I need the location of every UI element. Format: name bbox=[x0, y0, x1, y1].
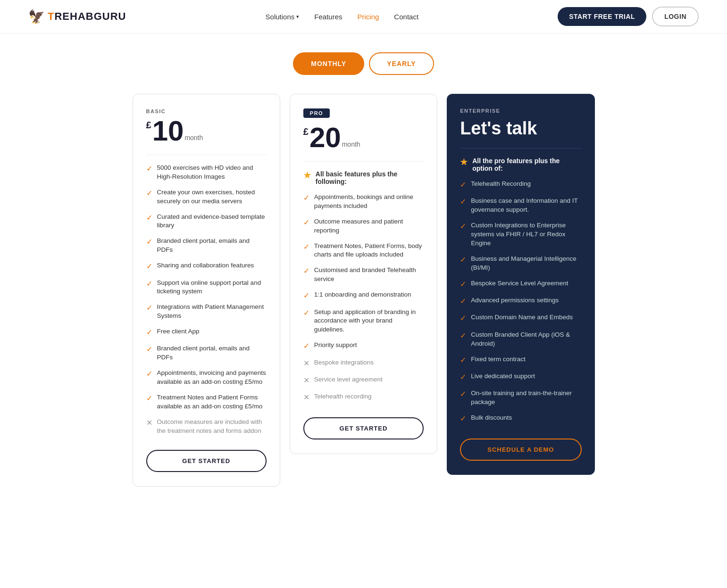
nav-contact[interactable]: Contact bbox=[394, 13, 418, 21]
list-item: ✓Priority support bbox=[303, 341, 424, 351]
list-item: ✓Outcome measures and patient reporting bbox=[303, 217, 424, 235]
pro-amount: 20 bbox=[309, 124, 341, 152]
basic-get-started-button[interactable]: GET STARTED bbox=[146, 450, 267, 472]
list-item: ✓Custom Integrations to Enterprise syste… bbox=[460, 221, 581, 248]
list-item: ✓Curated and evidence-based template lib… bbox=[146, 213, 267, 231]
list-item: ✕Telehealth recording bbox=[303, 392, 424, 403]
pro-plan-card: PRO £ 20 month ★ All basic features plus… bbox=[290, 94, 437, 454]
list-item: ✓Appointments, bookings and online payme… bbox=[303, 193, 424, 211]
list-item: ✕Service level agreement bbox=[303, 375, 424, 386]
list-item: ✓Integrations with Patient Management Sy… bbox=[146, 303, 267, 321]
pro-headline-row: ★ All basic features plus the following: bbox=[303, 170, 424, 185]
list-item: ✓Customised and branded Telehealth servi… bbox=[303, 266, 424, 284]
check-icon: ✓ bbox=[146, 344, 152, 355]
check-icon: ✓ bbox=[460, 197, 466, 207]
list-item: ✓Treatment Notes and Patient Forms avail… bbox=[146, 393, 267, 411]
enterprise-feature-list: ✓Telehealth Recording ✓Business case and… bbox=[460, 180, 581, 424]
list-item: ✓Business case and Information and IT go… bbox=[460, 197, 581, 215]
main-content: MONTHLY YEARLY BASIC £ 10 month ✓5000 ex… bbox=[104, 33, 623, 505]
check-icon: ✓ bbox=[303, 193, 309, 203]
chevron-down-icon: ▾ bbox=[296, 14, 299, 20]
star-icon: ★ bbox=[303, 170, 311, 181]
star-icon: ★ bbox=[460, 157, 468, 167]
basic-tier-label: BASIC bbox=[146, 108, 267, 114]
list-item: ✓Live dedicated support bbox=[460, 372, 581, 382]
enterprise-plan-card: ENTERPRISE Let's talk ★ All the pro feat… bbox=[447, 94, 594, 475]
yearly-toggle-button[interactable]: YEARLY bbox=[369, 52, 434, 75]
check-icon: ✓ bbox=[460, 414, 466, 424]
nav-pricing[interactable]: Pricing bbox=[358, 13, 379, 21]
x-icon: ✕ bbox=[303, 358, 309, 369]
enterprise-headline: All the pro features plus the option of: bbox=[472, 157, 581, 172]
check-icon: ✓ bbox=[460, 279, 466, 290]
list-item: ✓Bulk discounts bbox=[460, 414, 581, 424]
pro-price: £ 20 month bbox=[303, 124, 424, 152]
check-icon: ✓ bbox=[146, 393, 152, 404]
basic-period: month bbox=[184, 134, 203, 141]
check-icon: ✓ bbox=[146, 279, 152, 289]
check-icon: ✓ bbox=[460, 255, 466, 265]
check-icon: ✓ bbox=[303, 242, 309, 252]
check-icon: ✓ bbox=[460, 389, 466, 399]
login-button[interactable]: LOGIN bbox=[652, 7, 699, 26]
list-item: ✓Setup and application of branding in ac… bbox=[303, 308, 424, 335]
x-icon: ✕ bbox=[303, 392, 309, 403]
check-icon: ✓ bbox=[460, 221, 466, 232]
x-icon: ✕ bbox=[303, 375, 309, 386]
pro-get-started-button[interactable]: GET STARTED bbox=[303, 417, 424, 439]
list-item: ✓Support via online support portal and t… bbox=[146, 279, 267, 297]
header-actions: START FREE TRIAL LOGIN bbox=[558, 7, 699, 26]
list-item: ✓On-site training and train-the-trainer … bbox=[460, 389, 581, 407]
list-item: ✓Treatment Notes, Patient Forms, body ch… bbox=[303, 242, 424, 260]
check-icon: ✓ bbox=[460, 313, 466, 323]
list-item: ✓1:1 onboarding and demonstration bbox=[303, 290, 424, 301]
check-icon: ✓ bbox=[146, 369, 152, 379]
check-icon: ✓ bbox=[303, 266, 309, 276]
list-item: ✓Telehealth Recording bbox=[460, 180, 581, 190]
list-item: ✓Sharing and collaboration features bbox=[146, 261, 267, 272]
logo[interactable]: 🦅 TREHABGURU bbox=[28, 9, 126, 25]
schedule-demo-button[interactable]: SCHEDULE A DEMO bbox=[460, 439, 581, 461]
list-item: ✓Appointments, invoicing and payments av… bbox=[146, 369, 267, 387]
check-icon: ✓ bbox=[303, 341, 309, 351]
check-icon: ✓ bbox=[303, 217, 309, 228]
enterprise-divider bbox=[460, 148, 581, 149]
check-icon: ✓ bbox=[146, 261, 152, 272]
pro-currency: £ bbox=[303, 126, 309, 137]
check-icon: ✓ bbox=[146, 164, 152, 174]
check-icon: ✓ bbox=[460, 331, 466, 341]
basic-currency: £ bbox=[146, 120, 151, 131]
x-icon: ✕ bbox=[146, 418, 152, 428]
check-icon: ✓ bbox=[460, 355, 466, 365]
list-item: ✕Outcome measures are included with the … bbox=[146, 418, 267, 436]
check-icon: ✓ bbox=[460, 296, 466, 306]
start-trial-button[interactable]: START FREE TRIAL bbox=[558, 7, 646, 26]
basic-amount: 10 bbox=[152, 117, 184, 145]
check-icon: ✓ bbox=[303, 290, 309, 301]
header: 🦅 TREHABGURU Solutions ▾ Features Pricin… bbox=[0, 0, 727, 33]
nav-features[interactable]: Features bbox=[314, 13, 342, 21]
basic-divider bbox=[146, 155, 267, 155]
list-item: ✓Bespoke Service Level Agreement bbox=[460, 279, 581, 290]
pro-badge: PRO bbox=[303, 108, 330, 118]
list-item: ✕Bespoke integrations bbox=[303, 358, 424, 369]
nav: Solutions ▾ Features Pricing Contact bbox=[266, 13, 418, 21]
pro-feature-list: ✓Appointments, bookings and online payme… bbox=[303, 193, 424, 403]
check-icon: ✓ bbox=[303, 308, 309, 318]
check-icon: ✓ bbox=[146, 327, 152, 338]
enterprise-title: Let's talk bbox=[460, 118, 581, 139]
pricing-grid: BASIC £ 10 month ✓5000 exercises with HD… bbox=[133, 94, 595, 487]
check-icon: ✓ bbox=[146, 213, 152, 223]
basic-plan-card: BASIC £ 10 month ✓5000 exercises with HD… bbox=[133, 94, 280, 487]
list-item: ✓Fixed term contract bbox=[460, 355, 581, 365]
basic-feature-list: ✓5000 exercises with HD video and High-R… bbox=[146, 164, 267, 436]
nav-solutions[interactable]: Solutions ▾ bbox=[266, 13, 300, 21]
list-item: ✓Free client App bbox=[146, 327, 267, 338]
list-item: ✓5000 exercises with HD video and High-R… bbox=[146, 164, 267, 182]
monthly-toggle-button[interactable]: MONTHLY bbox=[293, 52, 364, 75]
check-icon: ✓ bbox=[146, 188, 152, 199]
enterprise-headline-row: ★ All the pro features plus the option o… bbox=[460, 157, 581, 172]
check-icon: ✓ bbox=[460, 180, 466, 190]
basic-price: £ 10 month bbox=[146, 117, 267, 145]
check-icon: ✓ bbox=[146, 303, 152, 313]
